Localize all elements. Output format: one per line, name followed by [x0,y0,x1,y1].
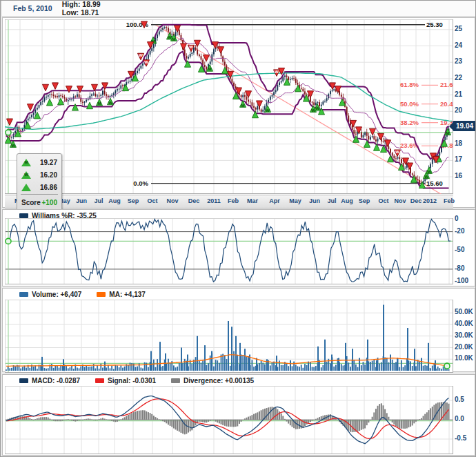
legend-swatch [95,378,104,383]
axis-tick: 0 [455,215,475,222]
axis-tick: 40.0K [455,320,475,327]
axis-tick: -0.5 [455,434,475,442]
axis-tick: 17 [455,155,475,163]
svg-text:21.60: 21.60 [440,81,453,88]
axis-tick: 0.0 [455,415,475,422]
last-price-badge: 19.04 [453,121,476,131]
triangle-up-W-icon: W [21,171,31,179]
divider [21,194,58,195]
svg-text:M: M [446,131,450,135]
month-label: Sep [359,197,370,204]
axis-tick: 20 [455,106,475,114]
williams-panel[interactable]: Williams %R: -35.25 [2,209,475,286]
svg-text:61.8%: 61.8% [400,81,419,88]
axis-tick: 20.0K [455,343,475,351]
svg-text:W: W [315,106,319,110]
selected-date: Feb 5, 2010 [13,4,52,12]
stock-chart-window: Feb 5, 2010 XID: 18.71 (-0.58, -3.00%)Op… [0,0,476,457]
svg-text:38.2%: 38.2% [400,119,419,126]
axis-tick: 16 [455,172,475,179]
volume-header: Volume: +6,407MA: +4,137 [3,289,161,299]
score-value: +100 [41,199,57,206]
score-box: M19.27 W16.20 16.86 Score+100 [17,153,62,211]
axis-tick: 24 [455,41,475,49]
pattern-row: W16.20 [21,169,57,180]
svg-text:50.0%: 50.0% [400,100,419,108]
chart-header: Feb 5, 2010 XID: 18.71 (-0.58, -3.00%)Op… [2,1,475,17]
svg-text:W: W [144,60,148,64]
month-label: Oct [378,197,388,204]
month-label: May [289,197,301,204]
legend-swatch [171,378,180,383]
svg-text:W: W [108,101,112,105]
axis-tick: 21 [455,90,475,98]
month-label: Aug [108,197,121,204]
svg-text:W: W [424,175,428,179]
axis-tick: 0.5 [455,396,475,403]
price-chart[interactable]: 100.0%25.300.0%15.6061.8%21.6050.0%20.45… [5,19,453,194]
svg-text:25.30: 25.30 [426,21,443,28]
month-label: Dec [410,197,422,204]
axis-tick: -50 [455,246,475,253]
month-label: 2011 [207,197,221,204]
month-label: Feb [228,197,239,204]
axis-tick: 18 [455,139,475,147]
month-label: Jul [94,197,103,204]
legend-swatch [19,213,28,218]
month-label: Jun [309,197,320,204]
score-row: Score+100 [21,197,57,208]
month-label: Apr [269,197,280,204]
axis-tick: 22 [455,74,475,81]
volume-panel[interactable]: Volume: +6,407MA: +4,137 [2,288,475,372]
axis-tick: 23 [455,57,475,65]
svg-text:0.0%: 0.0% [133,179,148,187]
month-label: Jun [76,197,87,204]
svg-text:W: W [395,150,399,154]
volume-chart[interactable] [5,300,453,373]
month-label: Sep [128,197,139,204]
triangle-up-M-icon: M [21,159,31,166]
time-axis: MarAprMayJunJulAugSepOctNovDec2011FebMar… [5,195,453,208]
axis-tick: -20 [455,227,475,235]
svg-text:W: W [139,53,143,57]
month-label: Jul [327,197,336,204]
svg-text:M: M [98,101,101,106]
svg-text:W: W [275,70,279,74]
axis-tick: 30.0K [455,331,475,339]
svg-text:M: M [172,37,176,41]
axis-tick: 50.0K [455,308,475,315]
svg-text:15.60: 15.60 [426,179,443,187]
month-label: 2012 [423,197,437,204]
axis-tick: -100 [455,277,475,284]
williams-chart[interactable] [5,218,453,284]
month-label: Mar [247,197,258,204]
month-label: Oct [147,197,157,204]
axis-tick: -80 [455,264,475,272]
svg-text:W: W [427,170,431,174]
macd-chart[interactable] [5,386,453,454]
price-panel[interactable]: 100.0%25.300.0%15.6061.8%21.6050.0%20.45… [2,17,475,208]
axis-tick: 25 [455,25,475,32]
pattern-row: M19.27 [21,157,57,168]
month-label: Nov [166,197,178,204]
macd-header: MACD: -0.0287Signal: -0.0301Divergence: … [3,376,269,385]
legend-swatch [19,378,28,383]
legend-swatch [97,292,106,297]
axis-tick: 10.0K [455,354,475,362]
pattern-row: 16.86 [21,182,57,193]
svg-text:W: W [266,108,270,113]
svg-text:M: M [208,67,212,71]
macd-panel[interactable]: MACD: -0.0287Signal: -0.0301Divergence: … [2,374,475,456]
svg-text:W: W [168,35,172,39]
month-label: Dec [188,197,200,204]
svg-text:M: M [241,104,245,108]
month-label: Feb [444,197,455,204]
svg-text:20.45: 20.45 [440,100,453,108]
month-label: Aug [341,197,353,204]
svg-text:W: W [11,144,15,148]
svg-text:W: W [189,45,193,49]
legend-swatch [19,292,28,297]
month-label: Nov [394,197,406,204]
triangle-up-icon [21,184,31,191]
